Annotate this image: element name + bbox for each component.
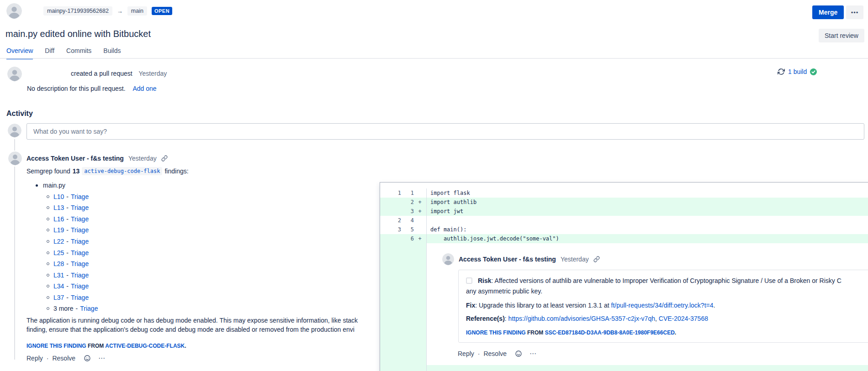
no-description-row: No description for this pull request. Ad… — [27, 85, 157, 92]
finding-item: L34-Triage — [36, 281, 98, 292]
finding-triage-link[interactable]: Triage — [71, 215, 89, 223]
diff-row: 24 — [380, 216, 868, 225]
finding-item: 3 more-Triage — [36, 303, 98, 314]
more-findings-text: 3 more — [53, 305, 74, 312]
code-line: authlib.jose.jwt.decode("some-val") — [427, 234, 559, 243]
fix-line: Fix: Upgrade this library to at least ve… — [466, 301, 868, 310]
page-title: main.py edited online with Bitbucket — [5, 29, 151, 39]
ignore-finding-link[interactable]: IGNORE THIS FINDING — [466, 329, 526, 336]
inline-comment-timestamp[interactable]: Yesterday — [561, 256, 589, 263]
inline-comment-author[interactable]: Access Token User - f&s testing — [459, 256, 556, 263]
tab-overview[interactable]: Overview — [6, 47, 33, 59]
comment-body-line2: finding, ensure that the application's d… — [26, 325, 358, 334]
file-name: main.py — [43, 182, 65, 189]
finding-item: L37-Triage — [36, 292, 98, 303]
permalink-icon[interactable] — [593, 256, 600, 262]
tab-builds[interactable]: Builds — [103, 47, 121, 59]
comment-more-icon[interactable]: ⋯ — [529, 350, 537, 358]
inline-comment-band: Access Token User - f&s testing Yesterda… — [380, 243, 868, 365]
more-options-button[interactable]: ••• — [846, 5, 863, 19]
finding-triage-link[interactable]: Triage — [71, 204, 89, 211]
findings-count: 13 — [73, 167, 80, 175]
finding-line-link[interactable]: L37 — [53, 294, 64, 301]
comment-more-icon[interactable]: ⋯ — [98, 354, 106, 362]
comment-author-name[interactable]: Access Token User - f&s testing — [26, 155, 124, 162]
ignore-rule-link[interactable]: SSC-ED87184D-D3AA-9DB8-8A0E-1980F9E66CED — [545, 329, 675, 336]
finding-item: L16-Triage — [36, 214, 98, 225]
pr-author-avatar[interactable] — [6, 3, 22, 19]
build-count-link[interactable]: 1 build — [788, 68, 807, 75]
created-text: created a pull request — [71, 70, 132, 77]
finding-triage-link[interactable]: Triage — [71, 249, 89, 256]
finding-line-link[interactable]: L34 — [53, 282, 64, 290]
created-row: created a pull request Yesterday — [71, 70, 167, 77]
creator-avatar[interactable] — [7, 67, 22, 81]
tab-commits[interactable]: Commits — [66, 47, 91, 59]
inline-comment-gutter — [380, 243, 427, 365]
resolve-button[interactable]: Resolve — [52, 355, 75, 362]
add-description-link[interactable]: Add one — [132, 85, 156, 92]
add-reaction-icon[interactable] — [84, 355, 91, 362]
thread-line — [14, 139, 15, 151]
finding-line-link[interactable]: L22 — [53, 238, 64, 245]
finding-detail-card: Risk: Affected versions of authlib are v… — [458, 270, 868, 343]
finding-triage-link[interactable]: Triage — [71, 238, 89, 245]
bullet-circle-icon — [47, 274, 49, 277]
finding-line-link[interactable]: L31 — [53, 272, 64, 279]
finding-line-link[interactable]: L13 — [53, 204, 64, 211]
finding-line-link[interactable]: L10 — [53, 193, 64, 200]
ignore-finding-link[interactable]: IGNORE THIS FINDING — [26, 343, 86, 349]
finding-checkbox[interactable] — [466, 277, 472, 284]
no-description-text: No description for this pull request. — [27, 85, 126, 92]
bullet-circle-icon — [47, 195, 49, 198]
inline-ignore-row: IGNORE THIS FINDING FROM SSC-ED87184D-D3… — [466, 329, 868, 336]
finding-triage-link[interactable]: Triage — [71, 272, 89, 279]
source-branch-lozenge[interactable]: mainpy-1719939562682 — [43, 6, 112, 16]
inline-comment-actions: Reply · Resolve ⋯ — [458, 350, 868, 358]
created-time: Yesterday — [139, 70, 167, 77]
comment-header: Access Token User - f&s testing Yesterda… — [26, 155, 168, 162]
bullet-icon — [36, 184, 38, 187]
finding-line-link[interactable]: L28 — [53, 260, 64, 267]
finding-triage-link[interactable]: Triage — [71, 193, 89, 200]
merge-button[interactable]: Merge — [812, 5, 844, 19]
risk-line-2: any asymmetric public key. — [466, 287, 868, 296]
start-review-button[interactable]: Start review — [819, 29, 864, 42]
comment-timestamp[interactable]: Yesterday — [128, 155, 157, 162]
ignore-rule-link[interactable]: ACTIVE-DEBUG-CODE-FLASK — [105, 343, 185, 349]
arrow-right-icon: → — [117, 8, 123, 15]
finding-item: L10-Triage — [36, 191, 98, 203]
comment-body-line1: The application is running debug code or… — [26, 316, 358, 325]
build-success-icon — [810, 68, 817, 75]
finding-item: L31-Triage — [36, 269, 98, 281]
file-item: main.py — [36, 180, 98, 191]
finding-triage-link[interactable]: Triage — [71, 282, 89, 290]
ignore-finding-row: IGNORE THIS FINDING FROM ACTIVE-DEBUG-CO… — [26, 343, 186, 349]
permalink-icon[interactable] — [161, 155, 168, 162]
finding-line-link[interactable]: L16 — [53, 215, 64, 223]
target-branch-lozenge[interactable]: main — [127, 6, 147, 16]
tabs-divider — [0, 58, 868, 59]
inline-comment-avatar[interactable] — [442, 253, 454, 265]
comment-input[interactable] — [26, 123, 864, 140]
reply-button[interactable]: Reply — [26, 355, 43, 362]
finding-line-link[interactable]: L25 — [53, 249, 64, 256]
finding-line-link[interactable]: L19 — [53, 226, 64, 234]
diff-row-added: 6+ authlib.jose.jwt.decode("some-val") — [380, 234, 868, 243]
fix-link[interactable]: ft/pull-requests/34/diff:oetry.lock?t=4 — [611, 302, 714, 309]
comment-author-avatar[interactable] — [8, 152, 22, 165]
add-reaction-icon[interactable] — [515, 350, 522, 357]
semgrep-summary: Semgrep found 13 active-debug-code-flask… — [26, 167, 189, 175]
rule-chip[interactable]: active-debug-code-flask — [82, 167, 162, 175]
cve-link[interactable]: CVE-2024-37568 — [659, 315, 708, 322]
advisory-link[interactable]: https://github.com/advisories/GHSA-5357-… — [508, 315, 655, 322]
finding-triage-link[interactable]: Triage — [80, 305, 98, 312]
reply-button[interactable]: Reply — [458, 350, 474, 357]
tab-diff[interactable]: Diff — [45, 47, 54, 59]
finding-triage-link[interactable]: Triage — [71, 294, 89, 301]
finding-triage-link[interactable]: Triage — [71, 260, 89, 267]
finding-triage-link[interactable]: Triage — [71, 226, 89, 234]
bullet-circle-icon — [47, 296, 49, 299]
bullet-circle-icon — [47, 251, 49, 254]
resolve-button[interactable]: Resolve — [483, 350, 507, 357]
